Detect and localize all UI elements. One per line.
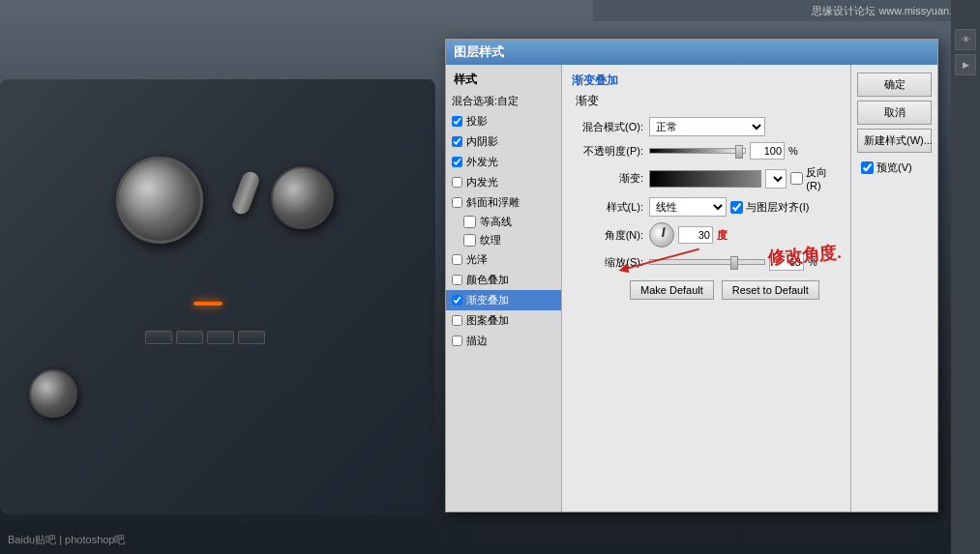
site-label: 思缘设计论坛 www.missyuan.com: [812, 4, 972, 18]
knob-medium: [271, 166, 334, 229]
texture-checkbox[interactable]: [463, 234, 476, 247]
stroke-label: 描边: [466, 334, 488, 348]
section-title: 渐变叠加: [572, 73, 841, 89]
inner-glow-item[interactable]: 内发光: [446, 172, 561, 192]
angle-label: 角度(N):: [572, 228, 649, 243]
drop-shadow-label: 投影: [466, 114, 488, 129]
reverse-checkbox[interactable]: [790, 172, 803, 185]
satin-label: 光泽: [466, 252, 488, 267]
angle-control: 度: [649, 222, 841, 248]
style-row: 样式(L): 线性 与图层对齐(I): [572, 197, 841, 217]
scale-input[interactable]: [769, 253, 804, 271]
preview-label: 预览(V): [876, 160, 912, 175]
align-checkbox-label[interactable]: 与图层对齐(I): [730, 200, 809, 215]
scale-unit: %: [808, 256, 817, 268]
align-label: 与图层对齐(I): [746, 200, 809, 215]
outer-glow-label: 外发光: [466, 155, 498, 169]
baidu-label: Baidu贴吧 | photoshop吧: [8, 533, 125, 547]
gradient-dropdown[interactable]: [765, 169, 787, 189]
inner-shadow-label: 内阴影: [466, 134, 498, 149]
action-buttons-panel: 确定 取消 新建样式(W)... 预览(V): [850, 65, 937, 511]
right-panel: 👁 ▶: [951, 0, 980, 554]
drop-shadow-checkbox[interactable]: [452, 116, 462, 127]
confirm-button[interactable]: 确定: [857, 73, 932, 97]
drop-shadow-item[interactable]: 投影: [446, 111, 561, 131]
inner-glow-checkbox[interactable]: [452, 177, 462, 188]
led-indicator: [193, 302, 223, 306]
style-select[interactable]: 线性: [649, 197, 727, 217]
lever: [230, 169, 261, 216]
opacity-label: 不透明度(P):: [572, 144, 649, 159]
section-subtitle: 渐变: [572, 93, 841, 109]
stroke-checkbox[interactable]: [452, 335, 462, 346]
equipment-area: [0, 21, 435, 554]
inner-glow-label: 内发光: [466, 175, 498, 190]
color-overlay-item[interactable]: 颜色叠加: [446, 270, 561, 290]
preview-checkbox-container[interactable]: 预览(V): [857, 160, 932, 175]
bevel-emboss-checkbox[interactable]: [452, 197, 462, 208]
gradient-label: 渐变:: [572, 171, 649, 186]
styles-panel-title: 样式: [446, 69, 561, 91]
style-control: 线性 与图层对齐(I): [649, 197, 841, 217]
angle-dial[interactable]: [649, 222, 674, 248]
knob-small-bottom: [29, 369, 77, 418]
pattern-overlay-checkbox[interactable]: [452, 315, 462, 326]
gradient-overlay-item[interactable]: 渐变叠加: [446, 290, 561, 310]
opacity-row: 不透明度(P): %: [572, 142, 841, 160]
opacity-unit: %: [788, 145, 798, 157]
contour-checkbox[interactable]: [463, 216, 476, 228]
blend-mode-row: 混合模式(O): 正常: [572, 117, 841, 136]
bevel-emboss-label: 斜面和浮雕: [466, 195, 520, 210]
gradient-preview[interactable]: [649, 170, 761, 188]
cancel-button[interactable]: 取消: [857, 101, 932, 125]
panel-icon-eye[interactable]: 👁: [955, 29, 976, 50]
opacity-input[interactable]: [750, 142, 785, 160]
angle-input[interactable]: [678, 226, 713, 244]
new-style-button[interactable]: 新建样式(W)...: [857, 129, 932, 153]
dialog-body: 样式 混合选项:自定 投影 内阴影 外发光 内发光 斜面和浮: [446, 65, 937, 511]
panel-icon-arrow[interactable]: ▶: [955, 54, 976, 75]
baidu-bar: Baidu贴吧 | photoshop吧: [0, 525, 435, 554]
gradient-overlay-label: 渐变叠加: [466, 293, 509, 307]
bevel-emboss-item[interactable]: 斜面和浮雕: [446, 192, 561, 213]
texture-item[interactable]: 纹理: [446, 231, 561, 249]
stroke-item[interactable]: 描边: [446, 331, 561, 351]
scale-row: 缩放(S): %: [572, 253, 841, 271]
color-overlay-checkbox[interactable]: [452, 275, 462, 285]
blend-options-item[interactable]: 混合选项:自定: [446, 91, 561, 111]
preview-checkbox[interactable]: [861, 161, 874, 174]
gradient-overlay-checkbox[interactable]: [452, 295, 462, 306]
make-default-button[interactable]: Make Default: [630, 280, 714, 300]
outer-glow-item[interactable]: 外发光: [446, 152, 561, 172]
satin-checkbox[interactable]: [452, 254, 462, 265]
inner-shadow-checkbox[interactable]: [452, 136, 462, 147]
layer-style-dialog: 图层样式 样式 混合选项:自定 投影 内阴影 外发光 内发光: [445, 39, 938, 512]
button-strip: [145, 331, 265, 344]
align-checkbox[interactable]: [730, 201, 743, 214]
reverse-label: 反向(R): [806, 165, 841, 191]
blend-mode-select[interactable]: 正常: [649, 117, 765, 136]
reverse-checkbox-label[interactable]: 反向(R): [790, 165, 841, 191]
dialog-title-text: 图层样式: [454, 44, 504, 61]
blend-mode-control: 正常: [649, 117, 841, 136]
angle-row: 角度(N): 度: [572, 222, 841, 248]
pattern-overlay-item[interactable]: 图案叠加: [446, 310, 561, 331]
styles-panel: 样式 混合选项:自定 投影 内阴影 外发光 内发光 斜面和浮: [446, 65, 562, 511]
outer-glow-checkbox[interactable]: [452, 157, 462, 167]
inner-shadow-item[interactable]: 内阴影: [446, 131, 561, 152]
knob-large: [116, 157, 203, 244]
color-overlay-label: 颜色叠加: [466, 273, 509, 287]
opacity-slider-thumb[interactable]: [735, 145, 743, 159]
dialog-title-bar[interactable]: 图层样式: [446, 40, 937, 65]
pattern-overlay-label: 图案叠加: [466, 313, 509, 328]
gradient-control: 反向(R): [649, 165, 841, 191]
equipment-body: [0, 79, 435, 514]
scale-slider-thumb[interactable]: [730, 256, 738, 270]
contour-item[interactable]: 等高线: [446, 213, 561, 231]
opacity-slider-track[interactable]: [649, 148, 746, 154]
reset-default-button[interactable]: Reset to Default: [722, 280, 819, 300]
satin-item[interactable]: 光泽: [446, 249, 561, 270]
opacity-control: %: [649, 142, 841, 160]
top-bar: 思缘设计论坛 www.missyuan.com: [593, 0, 980, 21]
scale-slider-track[interactable]: [649, 259, 765, 265]
